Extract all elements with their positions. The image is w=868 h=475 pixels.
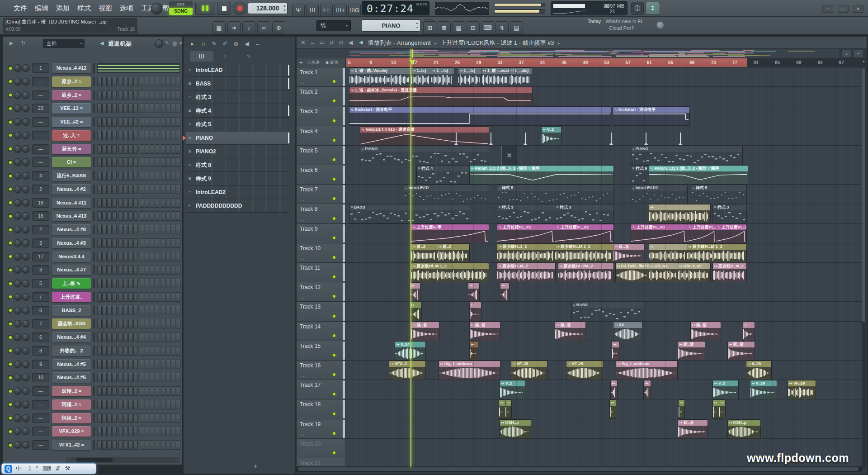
step-cell[interactable] xyxy=(145,373,149,382)
channel-pan-knob[interactable] xyxy=(14,320,21,327)
track-options-dots[interactable]: … xyxy=(300,354,305,358)
track-options-dots[interactable]: … xyxy=(300,393,305,397)
step-cell[interactable] xyxy=(166,211,170,221)
track-mute-led[interactable] xyxy=(332,275,336,279)
step-cell[interactable] xyxy=(102,265,107,275)
step-cell[interactable] xyxy=(171,292,175,302)
grid-edit-icon[interactable]: ▦ xyxy=(452,21,465,34)
track-options-dots[interactable]: … xyxy=(300,237,305,241)
channel-pan-knob[interactable] xyxy=(14,158,21,166)
track-mute-led[interactable] xyxy=(332,196,336,201)
channel-name-button[interactable]: 国会鼓..ASS xyxy=(52,318,91,329)
step-cell[interactable] xyxy=(171,157,175,167)
step-cell[interactable] xyxy=(166,413,170,423)
channel-led[interactable] xyxy=(8,79,13,84)
picker-add-button[interactable]: + xyxy=(251,462,259,470)
step-cell[interactable] xyxy=(150,346,154,356)
channel-name-button[interactable]: Nexus...4 #6 xyxy=(52,372,91,383)
step-cell[interactable] xyxy=(166,225,170,234)
step-cell[interactable] xyxy=(107,185,112,194)
step-cell[interactable] xyxy=(118,319,123,328)
step-cell[interactable] xyxy=(155,90,159,100)
step-cell[interactable] xyxy=(118,440,123,450)
pattern-selector[interactable]: PIANO▲▼ xyxy=(362,19,420,32)
channel-volume-knob[interactable] xyxy=(22,118,29,125)
step-cell[interactable] xyxy=(123,104,128,113)
typing-keyboard-icon[interactable]: 3.2ː xyxy=(320,4,333,17)
step-cell[interactable] xyxy=(102,279,107,288)
scrollbar-thumb[interactable] xyxy=(862,68,865,322)
step-cell[interactable] xyxy=(145,198,149,208)
step-cell[interactable] xyxy=(140,373,144,382)
step-cell[interactable] xyxy=(176,117,180,127)
step-cell[interactable] xyxy=(150,306,154,315)
channel-led[interactable] xyxy=(8,214,13,218)
channel-pan-knob[interactable] xyxy=(14,91,21,99)
step-cell[interactable] xyxy=(133,413,138,423)
step-cell[interactable] xyxy=(140,185,144,194)
channel-led[interactable] xyxy=(8,308,13,313)
step-cell[interactable] xyxy=(97,400,102,409)
mute-tool-icon[interactable]: ◀ xyxy=(241,39,252,49)
step-cell[interactable] xyxy=(128,104,133,113)
step-cell[interactable] xyxy=(107,440,112,450)
step-cell[interactable] xyxy=(150,77,154,86)
step-cell[interactable] xyxy=(155,117,159,127)
pattern-item[interactable]: ≡样式 8 xyxy=(186,159,290,171)
info-button[interactable]: ⓘ xyxy=(631,2,644,15)
step-cell[interactable] xyxy=(102,238,107,248)
step-cell[interactable] xyxy=(128,360,133,369)
step-cell[interactable] xyxy=(145,440,149,450)
step-cell[interactable] xyxy=(97,252,102,261)
master-sliders[interactable] xyxy=(494,3,545,14)
step-cell[interactable] xyxy=(102,77,107,86)
step-cell[interactable] xyxy=(161,252,165,261)
step-cell[interactable] xyxy=(133,171,138,180)
step-cell[interactable] xyxy=(102,386,107,396)
channel-name-button[interactable]: Nexus...4 #2 xyxy=(52,184,91,195)
step-cell[interactable] xyxy=(107,400,112,409)
channel-led[interactable] xyxy=(8,173,13,178)
channel-pan-knob[interactable] xyxy=(14,199,21,206)
step-cell[interactable] xyxy=(161,413,165,423)
play-icon[interactable]: ▶ xyxy=(9,40,13,46)
step-cell[interactable] xyxy=(171,440,175,450)
step-cell[interactable] xyxy=(102,306,107,315)
scroll-up-icon[interactable]: ▲ xyxy=(862,59,866,63)
step-cell[interactable] xyxy=(140,77,144,86)
step-cell[interactable] xyxy=(123,171,128,180)
step-cell[interactable] xyxy=(102,332,107,342)
step-cell[interactable] xyxy=(123,386,128,396)
channel-target-box[interactable]: 16 xyxy=(32,198,49,208)
step-cell[interactable] xyxy=(161,319,165,328)
step-cell[interactable] xyxy=(133,265,138,275)
step-cell[interactable] xyxy=(161,238,165,248)
graph-editor-icon[interactable]: ▥ xyxy=(172,40,177,46)
step-cell[interactable] xyxy=(102,440,107,450)
channel-volume-knob[interactable] xyxy=(22,78,29,85)
track-lane[interactable] xyxy=(345,263,864,282)
step-cell[interactable] xyxy=(161,104,165,113)
step-cell[interactable] xyxy=(155,360,159,369)
samples-tab[interactable]: ≈ xyxy=(213,51,237,62)
step-cell[interactable] xyxy=(145,211,149,221)
step-cell[interactable] xyxy=(102,252,107,261)
close-button[interactable]: ✕ xyxy=(853,5,863,13)
step-cell[interactable] xyxy=(112,225,117,234)
step-cell[interactable] xyxy=(145,306,149,315)
channel-name-button[interactable]: 流行5..BASS xyxy=(52,171,91,181)
step-cell[interactable] xyxy=(118,157,123,167)
channel-target-box[interactable]: --- xyxy=(32,131,49,140)
step-cell[interactable] xyxy=(112,400,117,409)
step-cell[interactable] xyxy=(102,104,107,113)
channel-led[interactable] xyxy=(8,119,13,124)
step-cell[interactable] xyxy=(107,346,112,356)
step-cell[interactable] xyxy=(128,346,133,356)
channel-volume-knob[interactable] xyxy=(22,253,29,260)
step-cell[interactable] xyxy=(176,157,180,167)
track-options-dots[interactable]: … xyxy=(300,451,305,456)
channel-led[interactable] xyxy=(8,281,13,286)
step-cell[interactable] xyxy=(145,157,149,167)
channel-volume-knob[interactable] xyxy=(22,320,29,327)
step-cell[interactable] xyxy=(112,319,117,328)
